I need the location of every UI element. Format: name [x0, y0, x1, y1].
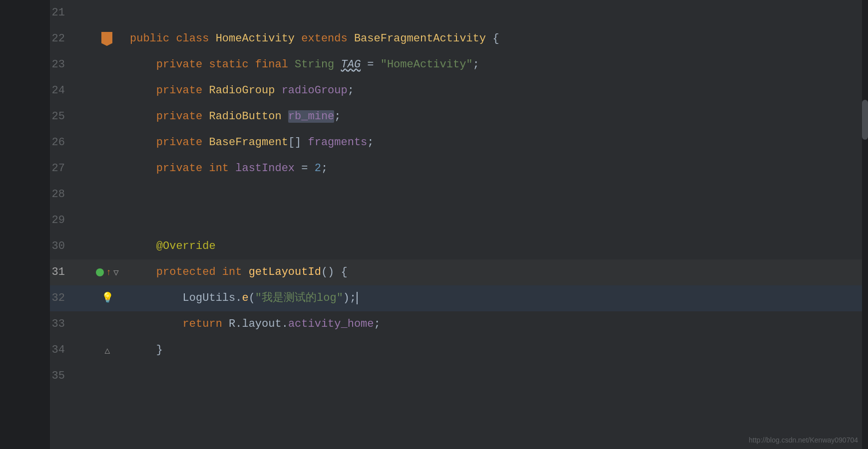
- line-code-content[interactable]: [125, 0, 868, 26]
- gutter-icons: [90, 78, 125, 104]
- line-code-content[interactable]: private static final String TAG = "HomeA…: [125, 52, 868, 78]
- lightbulb-icon[interactable]: 💡: [101, 285, 114, 311]
- token: [282, 110, 288, 123]
- token: final: [255, 58, 295, 71]
- line-code-content[interactable]: private BaseFragment[] fragments;: [125, 130, 868, 156]
- code-line: 21: [50, 0, 868, 26]
- code-line: 25 private RadioButton rb_mine;: [50, 104, 868, 130]
- token: }: [130, 344, 163, 356]
- line-code-content[interactable]: private RadioButton rb_mine;: [125, 104, 868, 130]
- token: int: [222, 266, 242, 278]
- line-number: 33: [15, 311, 80, 337]
- token: ;: [367, 136, 374, 149]
- token: ;: [374, 318, 381, 330]
- line-code-content[interactable]: private int lastIndex = 2;: [125, 156, 868, 182]
- text-cursor: [357, 292, 358, 304]
- token: .: [235, 318, 242, 330]
- token: [229, 162, 235, 175]
- token: public: [130, 32, 176, 45]
- token: "HomeActivity": [381, 58, 473, 71]
- token: static: [209, 58, 255, 71]
- token: return: [130, 318, 229, 330]
- line-code-content[interactable]: private RadioGroup radioGroup;: [125, 78, 868, 104]
- code-line: 33 return R.layout.activity_home;: [50, 311, 868, 337]
- code-line: 35: [50, 363, 868, 389]
- line-code-content[interactable]: [125, 208, 868, 233]
- token: getLayoutId: [249, 266, 321, 278]
- fold-icon[interactable]: ▽: [113, 267, 119, 278]
- token: [275, 84, 281, 97]
- token: e: [242, 292, 248, 304]
- code-line: 22public class HomeActivity extends Base…: [50, 26, 868, 52]
- line-number: 24: [15, 78, 80, 104]
- token: =: [295, 162, 315, 175]
- gutter-icons: ↑▽: [90, 259, 125, 285]
- watermark: http://blog.csdn.net/Kenway090704: [749, 436, 858, 444]
- line-number: 35: [15, 363, 80, 389]
- token: R: [229, 318, 235, 330]
- line-number: 32: [15, 285, 80, 311]
- token: ;: [334, 110, 341, 123]
- token: .: [235, 292, 242, 304]
- scrollbar[interactable]: [862, 0, 868, 449]
- token: [242, 266, 248, 278]
- line-code-content[interactable]: protected int getLayoutId() {: [125, 259, 868, 285]
- code-line: 27 private int lastIndex = 2;: [50, 156, 868, 182]
- token: private: [130, 162, 209, 175]
- gutter-icons: [90, 130, 125, 156]
- bookmark-icon: [101, 32, 112, 46]
- token: .: [282, 318, 288, 330]
- line-number: 25: [15, 104, 80, 130]
- token: layout: [242, 318, 281, 330]
- token: (: [249, 292, 255, 304]
- line-number: 29: [15, 208, 80, 233]
- line-code-content[interactable]: @Override: [125, 233, 868, 259]
- code-line: 32💡 LogUtils.e("我是测试的log");: [50, 285, 868, 311]
- token: extends: [301, 32, 347, 45]
- line-number: 28: [15, 182, 80, 208]
- token: [130, 240, 156, 252]
- token: [295, 32, 301, 45]
- token: int: [209, 162, 229, 175]
- fold-close-icon[interactable]: △: [105, 345, 110, 356]
- gutter-icons: [90, 208, 125, 233]
- token: RadioGroup: [209, 84, 275, 97]
- line-number: 30: [15, 233, 80, 259]
- code-area[interactable]: 2122public class HomeActivity extends Ba…: [50, 0, 868, 449]
- token: ;: [348, 84, 354, 97]
- line-code-content[interactable]: [125, 182, 868, 208]
- token: private: [130, 84, 209, 97]
- gutter-icons: [90, 52, 125, 78]
- code-line: 23 private static final String TAG = "Ho…: [50, 52, 868, 78]
- line-code-content[interactable]: return R.layout.activity_home;: [125, 311, 868, 337]
- line-code-content[interactable]: public class HomeActivity extends BaseFr…: [125, 26, 868, 52]
- token: [348, 32, 354, 45]
- line-code-content[interactable]: [125, 363, 868, 389]
- scrollbar-thumb[interactable]: [862, 100, 868, 140]
- token: BaseFragmentActivity: [354, 32, 486, 45]
- token: radioGroup: [282, 84, 348, 97]
- line-code-content[interactable]: }: [125, 337, 868, 363]
- token: ;: [473, 58, 479, 71]
- up-arrow-icon: ↑: [106, 268, 111, 277]
- token: activity_home: [288, 318, 374, 330]
- token: "我是测试的log": [255, 292, 343, 304]
- breakpoint-dot-icon[interactable]: [96, 268, 104, 276]
- token: ;: [321, 162, 328, 175]
- token: protected: [130, 266, 222, 278]
- gutter-icons: [90, 156, 125, 182]
- line-code-content[interactable]: LogUtils.e("我是测试的log");: [125, 285, 868, 311]
- gutter-icons: [90, 104, 125, 130]
- editor-container: 2122public class HomeActivity extends Ba…: [0, 0, 868, 449]
- line-number: 26: [15, 130, 80, 156]
- token: );: [343, 292, 356, 304]
- token: =: [361, 58, 381, 71]
- token: class: [176, 32, 215, 45]
- line-number: 22: [15, 26, 80, 52]
- gutter-icons: [90, 182, 125, 208]
- token: private: [130, 136, 209, 149]
- code-line: 24 private RadioGroup radioGroup;: [50, 78, 868, 104]
- token: BaseFragment: [209, 136, 288, 149]
- token: lastIndex: [235, 162, 295, 175]
- gutter-icons: [90, 311, 125, 337]
